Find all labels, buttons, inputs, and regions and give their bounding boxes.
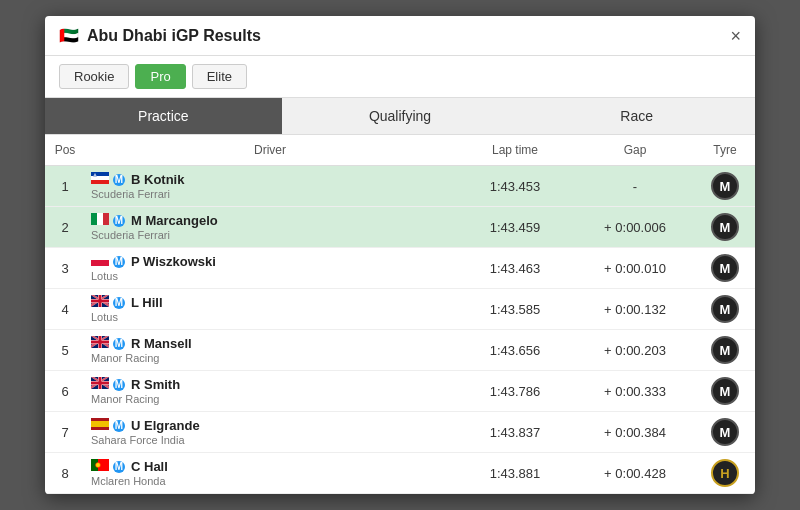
cell-pos: 2 <box>45 207 85 248</box>
cell-laptime: 1:43.881 <box>455 453 575 494</box>
table-row: 4 M L Hill Lotus 1:43.585 + 0:00.132 M <box>45 289 755 330</box>
cell-laptime: 1:43.459 <box>455 207 575 248</box>
section-tab-bar: Practice Qualifying Race <box>45 98 755 135</box>
tyre-badge: M <box>711 295 739 323</box>
cell-gap: - <box>575 166 695 207</box>
svg-rect-5 <box>91 213 97 225</box>
header-driver: Driver <box>85 135 455 166</box>
cell-driver: M M Marcangelo Scuderia Ferrari <box>85 207 455 248</box>
gender-icon: M <box>113 379 125 391</box>
driver-flag-icon <box>91 377 109 392</box>
svg-rect-7 <box>103 213 109 225</box>
svg-rect-0 <box>91 172 109 176</box>
svg-rect-6 <box>97 213 103 225</box>
tier-tab-bar: Rookie Pro Elite <box>45 56 755 98</box>
tyre-badge: M <box>711 172 739 200</box>
driver-flag-icon <box>91 418 109 433</box>
cell-gap: + 0:00.006 <box>575 207 695 248</box>
driver-name: M U Elgrande <box>91 418 449 433</box>
gender-icon: M <box>113 297 125 309</box>
driver-name: M C Hall <box>91 459 449 474</box>
table-body: 1 M B Kotnik Scuderia Ferrari 1:43.453 -… <box>45 166 755 494</box>
tab-qualifying[interactable]: Qualifying <box>282 98 519 134</box>
table-row: 8 M C Hall Mclaren Honda 1:43.881 + 0:00… <box>45 453 755 494</box>
gender-icon: M <box>113 174 125 186</box>
cell-driver: M B Kotnik Scuderia Ferrari <box>85 166 455 207</box>
driver-name: M R Smith <box>91 377 449 392</box>
tab-elite[interactable]: Elite <box>192 64 247 89</box>
tyre-badge: H <box>711 459 739 487</box>
gender-icon: M <box>113 420 125 432</box>
svg-rect-2 <box>91 180 109 184</box>
driver-team: Mclaren Honda <box>91 475 449 487</box>
driver-name: M P Wiszkowski <box>91 254 449 269</box>
country-flag-icon: 🇦🇪 <box>59 26 79 45</box>
modal-header: 🇦🇪 Abu Dhabi iGP Results × <box>45 16 755 56</box>
cell-laptime: 1:43.656 <box>455 330 575 371</box>
tyre-badge: M <box>711 418 739 446</box>
driver-team: Manor Racing <box>91 393 449 405</box>
results-table: Pos Driver Lap time Gap Tyre 1 M B Kotni… <box>45 135 755 494</box>
cell-gap: + 0:00.384 <box>575 412 695 453</box>
close-button[interactable]: × <box>730 27 741 45</box>
cell-pos: 1 <box>45 166 85 207</box>
tab-practice[interactable]: Practice <box>45 98 282 134</box>
svg-rect-38 <box>91 421 109 427</box>
svg-point-41 <box>96 463 101 468</box>
results-modal: 🇦🇪 Abu Dhabi iGP Results × Rookie Pro El… <box>45 16 755 494</box>
cell-driver: M U Elgrande Sahara Force India <box>85 412 455 453</box>
driver-flag-icon <box>91 254 109 269</box>
table-row: 1 M B Kotnik Scuderia Ferrari 1:43.453 -… <box>45 166 755 207</box>
cell-driver: M R Smith Manor Racing <box>85 371 455 412</box>
header-tyre: Tyre <box>695 135 755 166</box>
header-pos: Pos <box>45 135 85 166</box>
driver-name: M L Hill <box>91 295 449 310</box>
driver-team: Lotus <box>91 270 449 282</box>
cell-laptime: 1:43.453 <box>455 166 575 207</box>
table-row: 5 M R Mansell Manor Racing 1:43.656 + 0:… <box>45 330 755 371</box>
svg-rect-18 <box>91 300 109 303</box>
driver-name: M R Mansell <box>91 336 449 351</box>
tyre-badge: M <box>711 377 739 405</box>
tyre-badge: M <box>711 336 739 364</box>
svg-rect-8 <box>91 254 109 260</box>
driver-flag-icon <box>91 336 109 351</box>
cell-pos: 5 <box>45 330 85 371</box>
gender-icon: M <box>113 461 125 473</box>
tyre-badge: M <box>711 213 739 241</box>
cell-tyre: M <box>695 248 755 289</box>
tab-race[interactable]: Race <box>518 98 755 134</box>
driver-team: Manor Racing <box>91 352 449 364</box>
driver-name: M M Marcangelo <box>91 213 449 228</box>
cell-gap: + 0:00.333 <box>575 371 695 412</box>
cell-laptime: 1:43.786 <box>455 371 575 412</box>
header-gap: Gap <box>575 135 695 166</box>
cell-driver: M P Wiszkowski Lotus <box>85 248 455 289</box>
cell-driver: M C Hall Mclaren Honda <box>85 453 455 494</box>
gender-icon: M <box>113 338 125 350</box>
cell-gap: + 0:00.428 <box>575 453 695 494</box>
driver-team: Scuderia Ferrari <box>91 229 449 241</box>
driver-flag-icon <box>91 172 109 187</box>
tab-rookie[interactable]: Rookie <box>59 64 129 89</box>
cell-driver: M R Mansell Manor Racing <box>85 330 455 371</box>
cell-tyre: M <box>695 330 755 371</box>
cell-pos: 3 <box>45 248 85 289</box>
cell-tyre: M <box>695 289 755 330</box>
driver-team: Scuderia Ferrari <box>91 188 449 200</box>
tyre-badge: M <box>711 254 739 282</box>
driver-team: Sahara Force India <box>91 434 449 446</box>
driver-flag-icon <box>91 459 109 474</box>
driver-team: Lotus <box>91 311 449 323</box>
table-row: 7 M U Elgrande Sahara Force India 1:43.8… <box>45 412 755 453</box>
cell-pos: 4 <box>45 289 85 330</box>
cell-tyre: M <box>695 371 755 412</box>
cell-gap: + 0:00.010 <box>575 248 695 289</box>
cell-tyre: M <box>695 412 755 453</box>
title-text: Abu Dhabi iGP Results <box>87 27 261 45</box>
table-header: Pos Driver Lap time Gap Tyre <box>45 135 755 166</box>
tab-pro[interactable]: Pro <box>135 64 185 89</box>
gender-icon: M <box>113 215 125 227</box>
driver-flag-icon <box>91 295 109 310</box>
modal-title: 🇦🇪 Abu Dhabi iGP Results <box>59 26 261 45</box>
